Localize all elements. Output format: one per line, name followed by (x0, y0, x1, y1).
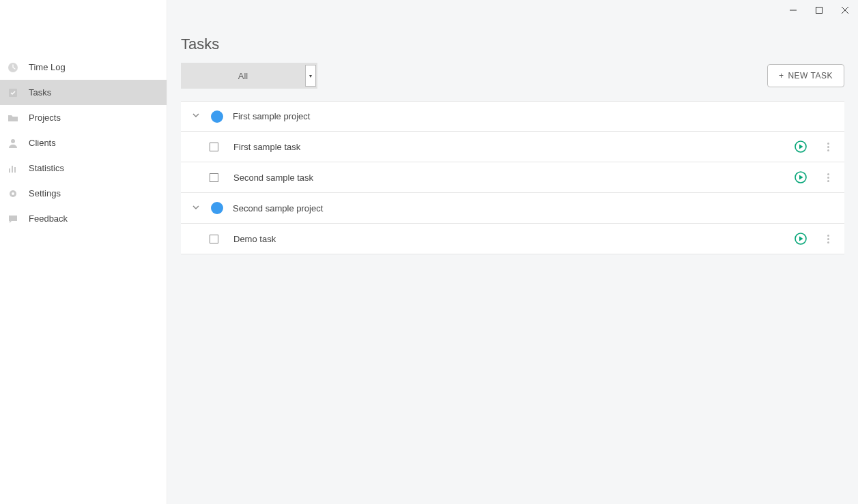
task-name: First sample task (233, 142, 300, 152)
sidebar-item-tasks[interactable]: Tasks (0, 80, 167, 105)
sidebar: Time Log Tasks Projects Clients Statisti… (0, 0, 167, 504)
play-button[interactable] (794, 140, 807, 153)
sidebar-item-settings[interactable]: Settings (0, 181, 167, 206)
chat-icon (5, 213, 20, 224)
sidebar-item-projects[interactable]: Projects (0, 105, 167, 130)
sidebar-item-clients[interactable]: Clients (0, 130, 167, 155)
row-actions (794, 232, 844, 246)
task-checkbox[interactable] (210, 235, 218, 243)
clock-icon (5, 62, 20, 73)
barchart-icon (5, 163, 20, 174)
sidebar-item-label: Clients (29, 138, 56, 148)
project-color-dot (211, 202, 223, 214)
folder-icon (5, 113, 20, 123)
task-checkbox[interactable] (210, 143, 218, 151)
sidebar-item-statistics[interactable]: Statistics (0, 155, 167, 181)
chevron-down-icon[interactable] (189, 111, 203, 121)
chevron-down-icon[interactable] (189, 203, 203, 213)
task-row: First sample task (181, 132, 844, 162)
new-task-label: NEW TASK (788, 71, 833, 80)
filter-select[interactable]: All ▾ (181, 63, 317, 89)
plus-icon: + (779, 71, 784, 80)
project-name: First sample project (233, 111, 310, 121)
sidebar-item-label: Feedback (29, 213, 68, 224)
page-header: Tasks (167, 0, 858, 53)
more-button[interactable] (821, 143, 835, 151)
sidebar-item-label: Tasks (29, 87, 51, 98)
sidebar-item-feedback[interactable]: Feedback (0, 206, 167, 231)
project-name: Second sample project (233, 203, 323, 213)
person-icon (5, 138, 20, 149)
more-button[interactable] (821, 173, 835, 182)
filter-value: All (181, 71, 305, 81)
project-color-dot (211, 110, 223, 123)
task-checkbox[interactable] (210, 173, 218, 182)
play-button[interactable] (794, 171, 807, 184)
gear-icon (5, 188, 20, 199)
window-controls (780, 0, 858, 20)
row-actions (794, 171, 844, 184)
project-row[interactable]: Second sample project (181, 193, 844, 224)
tasks-icon (5, 87, 20, 98)
svg-rect-5 (14, 167, 16, 173)
svg-rect-3 (9, 168, 10, 173)
svg-rect-4 (12, 166, 13, 173)
svg-point-7 (12, 192, 14, 195)
svg-rect-9 (816, 8, 823, 14)
chevron-down-icon: ▾ (305, 65, 316, 87)
task-row: Second sample task (181, 162, 844, 193)
project-row[interactable]: First sample project (181, 101, 844, 132)
task-list: First sample project First sample task S… (167, 101, 858, 254)
page-title: Tasks (181, 35, 858, 53)
svg-point-2 (11, 139, 15, 143)
play-button[interactable] (794, 232, 807, 246)
row-actions (794, 140, 844, 153)
task-row: Demo task (181, 224, 844, 254)
new-task-button[interactable]: + NEW TASK (767, 64, 844, 87)
window-close-button[interactable] (832, 0, 858, 20)
sidebar-item-label: Time Log (29, 62, 66, 72)
window-maximize-button[interactable] (806, 0, 832, 20)
more-button[interactable] (821, 235, 835, 243)
sidebar-item-timelog[interactable]: Time Log (0, 55, 167, 80)
task-name: Second sample task (233, 173, 313, 183)
task-name: Demo task (233, 234, 276, 244)
sidebar-item-label: Projects (29, 113, 61, 123)
main-area: Tasks All ▾ + NEW TASK First sample proj… (167, 0, 858, 504)
sidebar-item-label: Settings (29, 188, 61, 198)
toolbar: All ▾ + NEW TASK (167, 53, 858, 101)
window-minimize-button[interactable] (780, 0, 806, 20)
sidebar-item-label: Statistics (29, 163, 64, 173)
